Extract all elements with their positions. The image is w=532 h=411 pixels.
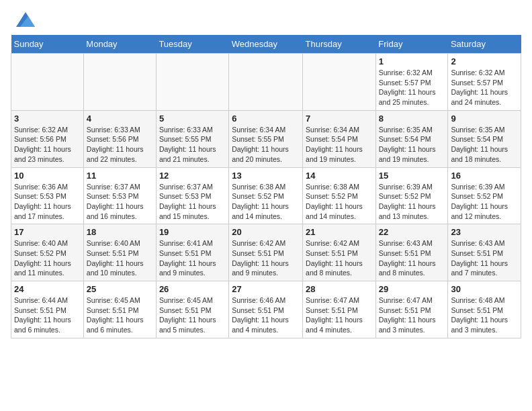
day-info: Sunrise: 6:34 AM Sunset: 5:54 PM Dayligh… — [306, 125, 373, 165]
calendar-cell: 13Sunrise: 6:38 AM Sunset: 5:52 PM Dayli… — [229, 167, 303, 224]
day-number: 3 — [14, 113, 81, 124]
day-number: 29 — [379, 284, 445, 294]
day-number: 18 — [87, 227, 153, 237]
day-number: 23 — [451, 227, 518, 237]
day-header-tuesday: Tuesday — [156, 35, 228, 54]
calendar-cell: 25Sunrise: 6:45 AM Sunset: 5:51 PM Dayli… — [83, 281, 156, 338]
day-info: Sunrise: 6:37 AM Sunset: 5:53 PM Dayligh… — [159, 182, 226, 222]
calendar-cell: 6Sunrise: 6:34 AM Sunset: 5:55 PM Daylig… — [229, 110, 303, 167]
calendar-cell: 4Sunrise: 6:33 AM Sunset: 5:56 PM Daylig… — [83, 110, 156, 167]
day-info: Sunrise: 6:38 AM Sunset: 5:52 PM Dayligh… — [232, 182, 300, 222]
day-number: 25 — [87, 284, 153, 294]
calendar-cell: 21Sunrise: 6:42 AM Sunset: 5:51 PM Dayli… — [303, 224, 376, 281]
calendar-cell: 3Sunrise: 6:32 AM Sunset: 5:56 PM Daylig… — [11, 110, 84, 167]
calendar-cell — [83, 54, 156, 111]
calendar-cell — [229, 54, 303, 111]
day-number: 5 — [159, 113, 226, 124]
calendar-cell: 19Sunrise: 6:41 AM Sunset: 5:51 PM Dayli… — [156, 224, 228, 281]
day-info: Sunrise: 6:40 AM Sunset: 5:52 PM Dayligh… — [14, 238, 81, 278]
day-number: 14 — [306, 171, 373, 181]
calendar-cell: 29Sunrise: 6:47 AM Sunset: 5:51 PM Dayli… — [375, 281, 448, 338]
calendar-cell: 28Sunrise: 6:47 AM Sunset: 5:51 PM Dayli… — [303, 281, 376, 338]
day-number: 7 — [306, 113, 373, 124]
calendar-cell: 7Sunrise: 6:34 AM Sunset: 5:54 PM Daylig… — [303, 110, 376, 167]
calendar-cell: 15Sunrise: 6:39 AM Sunset: 5:52 PM Dayli… — [375, 167, 448, 224]
day-number: 30 — [451, 284, 518, 294]
day-number: 22 — [379, 227, 445, 237]
header — [11, 11, 521, 30]
day-info: Sunrise: 6:47 AM Sunset: 5:51 PM Dayligh… — [379, 295, 445, 335]
day-number: 17 — [14, 227, 81, 237]
day-info: Sunrise: 6:32 AM Sunset: 5:57 PM Dayligh… — [451, 68, 518, 107]
day-header-sunday: Sunday — [11, 35, 84, 54]
day-info: Sunrise: 6:44 AM Sunset: 5:51 PM Dayligh… — [14, 295, 81, 335]
day-number: 19 — [159, 227, 226, 237]
calendar-cell — [156, 54, 228, 111]
day-number: 15 — [379, 171, 445, 181]
calendar-cell: 1Sunrise: 6:32 AM Sunset: 5:57 PM Daylig… — [375, 54, 448, 111]
day-info: Sunrise: 6:47 AM Sunset: 5:51 PM Dayligh… — [306, 295, 373, 335]
day-header-saturday: Saturday — [448, 35, 521, 54]
calendar-cell: 20Sunrise: 6:42 AM Sunset: 5:51 PM Dayli… — [229, 224, 303, 281]
calendar-week-row: 3Sunrise: 6:32 AM Sunset: 5:56 PM Daylig… — [11, 110, 521, 167]
day-info: Sunrise: 6:48 AM Sunset: 5:51 PM Dayligh… — [451, 295, 518, 335]
day-number: 21 — [306, 227, 373, 237]
day-number: 11 — [87, 171, 153, 181]
calendar-cell — [303, 54, 376, 111]
day-info: Sunrise: 6:45 AM Sunset: 5:51 PM Dayligh… — [87, 295, 153, 335]
calendar-week-row: 1Sunrise: 6:32 AM Sunset: 5:57 PM Daylig… — [11, 54, 521, 111]
day-number: 24 — [14, 284, 81, 294]
calendar-cell: 2Sunrise: 6:32 AM Sunset: 5:57 PM Daylig… — [448, 54, 521, 111]
day-info: Sunrise: 6:35 AM Sunset: 5:54 PM Dayligh… — [379, 125, 445, 165]
day-info: Sunrise: 6:34 AM Sunset: 5:55 PM Dayligh… — [232, 125, 300, 165]
calendar-cell: 23Sunrise: 6:43 AM Sunset: 5:51 PM Dayli… — [448, 224, 521, 281]
calendar-week-row: 24Sunrise: 6:44 AM Sunset: 5:51 PM Dayli… — [11, 281, 521, 338]
calendar-cell: 30Sunrise: 6:48 AM Sunset: 5:51 PM Dayli… — [448, 281, 521, 338]
day-number: 20 — [232, 227, 300, 237]
calendar-week-row: 10Sunrise: 6:36 AM Sunset: 5:53 PM Dayli… — [11, 167, 521, 224]
calendar-cell: 10Sunrise: 6:36 AM Sunset: 5:53 PM Dayli… — [11, 167, 84, 224]
day-info: Sunrise: 6:39 AM Sunset: 5:52 PM Dayligh… — [379, 182, 445, 222]
calendar-cell: 17Sunrise: 6:40 AM Sunset: 5:52 PM Dayli… — [11, 224, 84, 281]
day-info: Sunrise: 6:33 AM Sunset: 5:55 PM Dayligh… — [159, 125, 226, 165]
calendar-cell: 26Sunrise: 6:45 AM Sunset: 5:51 PM Dayli… — [156, 281, 228, 338]
day-header-thursday: Thursday — [303, 35, 376, 54]
day-number: 26 — [159, 284, 226, 294]
day-number: 4 — [87, 113, 153, 124]
day-info: Sunrise: 6:33 AM Sunset: 5:56 PM Dayligh… — [87, 125, 153, 165]
calendar-cell: 9Sunrise: 6:35 AM Sunset: 5:54 PM Daylig… — [448, 110, 521, 167]
calendar-cell: 16Sunrise: 6:39 AM Sunset: 5:52 PM Dayli… — [448, 167, 521, 224]
calendar-cell: 24Sunrise: 6:44 AM Sunset: 5:51 PM Dayli… — [11, 281, 84, 338]
day-number: 28 — [306, 284, 373, 294]
day-header-monday: Monday — [83, 35, 156, 54]
calendar-cell: 22Sunrise: 6:43 AM Sunset: 5:51 PM Dayli… — [375, 224, 448, 281]
calendar-table: SundayMondayTuesdayWednesdayThursdayFrid… — [11, 35, 521, 338]
day-info: Sunrise: 6:45 AM Sunset: 5:51 PM Dayligh… — [159, 295, 226, 335]
day-info: Sunrise: 6:42 AM Sunset: 5:51 PM Dayligh… — [306, 238, 373, 278]
day-info: Sunrise: 6:43 AM Sunset: 5:51 PM Dayligh… — [379, 238, 445, 278]
calendar-cell: 14Sunrise: 6:38 AM Sunset: 5:52 PM Dayli… — [303, 167, 376, 224]
calendar-header-row: SundayMondayTuesdayWednesdayThursdayFrid… — [11, 35, 521, 54]
calendar-cell: 8Sunrise: 6:35 AM Sunset: 5:54 PM Daylig… — [375, 110, 448, 167]
calendar-cell: 5Sunrise: 6:33 AM Sunset: 5:55 PM Daylig… — [156, 110, 228, 167]
day-info: Sunrise: 6:32 AM Sunset: 5:56 PM Dayligh… — [14, 125, 81, 165]
calendar-cell: 18Sunrise: 6:40 AM Sunset: 5:51 PM Dayli… — [83, 224, 156, 281]
calendar-cell: 27Sunrise: 6:46 AM Sunset: 5:51 PM Dayli… — [229, 281, 303, 338]
day-info: Sunrise: 6:38 AM Sunset: 5:52 PM Dayligh… — [306, 182, 373, 222]
day-number: 16 — [451, 171, 518, 181]
day-info: Sunrise: 6:43 AM Sunset: 5:51 PM Dayligh… — [451, 238, 518, 278]
day-header-wednesday: Wednesday — [229, 35, 303, 54]
day-number: 1 — [379, 56, 445, 66]
day-number: 9 — [451, 113, 518, 124]
day-number: 10 — [14, 171, 81, 181]
day-info: Sunrise: 6:35 AM Sunset: 5:54 PM Dayligh… — [451, 125, 518, 165]
calendar-week-row: 17Sunrise: 6:40 AM Sunset: 5:52 PM Dayli… — [11, 224, 521, 281]
calendar-cell: 12Sunrise: 6:37 AM Sunset: 5:53 PM Dayli… — [156, 167, 228, 224]
day-number: 8 — [379, 113, 445, 124]
day-number: 6 — [232, 113, 300, 124]
calendar-cell: 11Sunrise: 6:37 AM Sunset: 5:53 PM Dayli… — [83, 167, 156, 224]
day-header-friday: Friday — [375, 35, 448, 54]
day-info: Sunrise: 6:41 AM Sunset: 5:51 PM Dayligh… — [159, 238, 226, 278]
day-info: Sunrise: 6:39 AM Sunset: 5:52 PM Dayligh… — [451, 182, 518, 222]
day-info: Sunrise: 6:37 AM Sunset: 5:53 PM Dayligh… — [87, 182, 153, 222]
